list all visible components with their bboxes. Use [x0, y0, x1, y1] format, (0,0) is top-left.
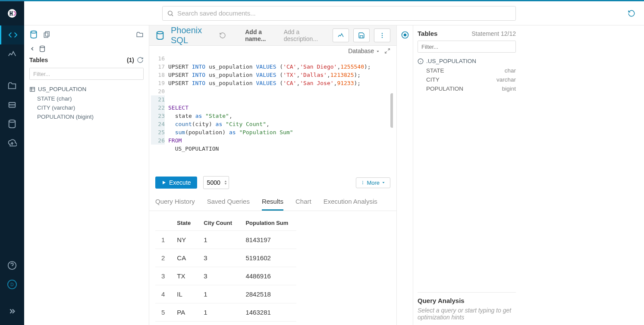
svg-point-17 [382, 37, 383, 38]
database-selector[interactable]: Database [348, 47, 380, 54]
ctx-column[interactable]: CITYvarchar [418, 75, 516, 84]
table-row[interactable]: 2CA35191602 [155, 249, 296, 267]
folder-icon[interactable] [136, 31, 144, 38]
chevron-down-icon [376, 49, 380, 54]
back-icon[interactable] [29, 46, 35, 52]
more-button[interactable]: More [356, 177, 390, 188]
ctx-column[interactable]: POPULATIONbigint [418, 84, 516, 93]
nav-editor-icon[interactable] [0, 25, 24, 44]
save-button[interactable] [353, 28, 370, 42]
db-source-icon[interactable] [29, 30, 38, 39]
execute-button[interactable]: Execute [155, 177, 197, 189]
top-bar [24, 1, 644, 25]
svg-line-6 [172, 15, 173, 16]
files-source-icon[interactable] [43, 31, 51, 38]
nav-documents-icon[interactable] [0, 76, 24, 95]
limit-input[interactable] [203, 176, 229, 189]
svg-point-15 [382, 33, 383, 34]
results-header[interactable] [155, 215, 171, 231]
refresh-icon[interactable] [137, 57, 144, 63]
ctx-tables-label: Tables [418, 30, 437, 37]
assist-panel: Tables (1) US_POPULATION STATE (char) CI… [24, 25, 149, 325]
more-menu-button[interactable] [374, 28, 390, 42]
code-content[interactable]: UPSERT INTO us_population VALUES ('CA','… [168, 54, 393, 169]
db-nav-icon[interactable] [39, 45, 46, 52]
assist-column[interactable]: STATE (char) [29, 94, 144, 103]
assist-column[interactable]: POPULATION (bigint) [29, 112, 144, 121]
stepper-icon[interactable] [224, 179, 227, 186]
table-cell: 5191602 [239, 249, 296, 267]
tab-saved-queries[interactable]: Saved Queries [207, 198, 250, 211]
svg-point-5 [168, 11, 172, 15]
editor-reload-icon[interactable] [219, 32, 226, 39]
ctx-statement-count: Statement 12/12 [471, 30, 516, 37]
search-input[interactable] [177, 9, 511, 17]
svg-point-1 [9, 120, 16, 123]
table-cell: CA [171, 249, 198, 267]
ctx-column[interactable]: STATEchar [418, 66, 516, 75]
table-cell: 1461575 [239, 322, 296, 325]
nav-tables-icon[interactable] [0, 95, 24, 114]
nav-help-icon[interactable] [0, 256, 24, 275]
editor-title: Phoenix SQL [171, 25, 213, 45]
table-row[interactable]: 1NY18143197 [155, 231, 296, 249]
table-row[interactable]: 4IL12842518 [155, 285, 296, 303]
history-icon[interactable] [628, 9, 635, 17]
assist-column[interactable]: CITY (varchar) [29, 103, 144, 112]
assist-filter-input[interactable] [30, 68, 143, 79]
svg-rect-8 [45, 32, 49, 36]
table-cell: TX [171, 267, 198, 285]
svg-marker-27 [383, 182, 385, 183]
table-cell: 1 [198, 303, 239, 322]
table-cell: 1 [198, 231, 239, 249]
tab-results[interactable]: Results [262, 198, 283, 211]
table-cell: 5 [155, 303, 171, 322]
table-cell: 1463281 [239, 303, 296, 322]
table-cell: 2 [155, 249, 171, 267]
app-logo[interactable] [0, 1, 24, 25]
add-name-field[interactable]: Add a name... [245, 28, 277, 42]
svg-rect-9 [44, 33, 48, 38]
global-search[interactable] [162, 6, 516, 21]
assist-tables-count: (1) [127, 57, 134, 63]
results-header[interactable]: Population Sum [239, 215, 296, 231]
tab-query-history[interactable]: Query History [155, 198, 195, 211]
play-icon [161, 180, 166, 185]
chart-button[interactable] [333, 28, 349, 42]
svg-line-19 [388, 49, 390, 50]
context-panel: Tables Statement 12/12 .US_POPULATION ST… [413, 25, 520, 325]
results-header[interactable]: State [171, 215, 198, 231]
tab-execution-analysis[interactable]: Execution Analysis [324, 198, 377, 211]
table-cell: 4 [155, 285, 171, 303]
query-analysis-hint: Select a query or start typing to get op… [418, 307, 516, 321]
tab-chart[interactable]: Chart [295, 198, 311, 211]
table-row[interactable]: 6AZ11461575 [155, 322, 296, 325]
table-cell: 1 [198, 322, 239, 325]
table-row[interactable]: 5PA11463281 [155, 303, 296, 322]
svg-text:D: D [10, 282, 13, 287]
nav-user-icon[interactable]: D [0, 275, 24, 294]
code-editor[interactable]: 16 17 18 19 20 21 22 23 24 25 26 UPSERT … [149, 54, 396, 169]
results-table: State City Count Population Sum 1NY18143… [149, 211, 396, 325]
query-analysis-title: Query Analysis [418, 297, 516, 304]
ctx-table-item[interactable]: .US_POPULATION [418, 56, 516, 66]
table-cell: IL [171, 285, 198, 303]
nav-dashboard-icon[interactable] [0, 44, 24, 63]
ctx-filter-input[interactable] [418, 41, 515, 52]
table-cell: 4486916 [239, 267, 296, 285]
expand-editor-icon[interactable] [384, 48, 390, 54]
main-nav: D [0, 0, 24, 325]
svg-point-10 [40, 46, 45, 47]
assist-table-item[interactable]: US_POPULATION [29, 84, 144, 94]
nav-database-icon[interactable] [0, 114, 24, 133]
code-scrollbar[interactable] [390, 93, 393, 128]
table-cell: 1 [155, 231, 171, 249]
results-header[interactable]: City Count [198, 215, 239, 231]
result-tabs: Query History Saved Queries Results Char… [149, 193, 396, 211]
table-row[interactable]: 3TX34486916 [155, 267, 296, 285]
add-description-field[interactable]: Add a description... [284, 28, 327, 42]
nav-expand-icon[interactable] [0, 303, 24, 322]
nav-upload-icon[interactable] [0, 133, 24, 152]
context-toggle-icon[interactable] [401, 31, 409, 39]
table-cell: PA [171, 303, 198, 322]
